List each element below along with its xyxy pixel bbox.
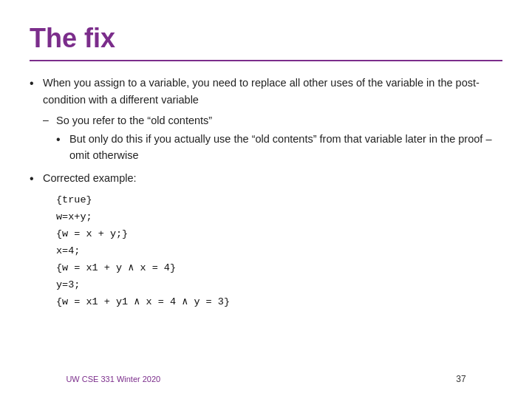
code-line-2: {w = x + y;} [56, 226, 502, 243]
slide-title: The fix [30, 22, 502, 54]
dash-1-1: – [43, 112, 56, 129]
code-line-4: {w = x1 + y ∧ x = 4} [56, 260, 502, 277]
code-line-3: x=4; [56, 243, 502, 260]
footer-page: 37 [456, 374, 466, 384]
bullet-1-1: – So you refer to the “old contents” [43, 112, 502, 129]
bullet-dot-2: • [30, 170, 43, 188]
slide: The fix • When you assign to a variable,… [0, 0, 532, 399]
code-block: {true} w=x+y; {w = x + y;} x=4; {w = x1 … [56, 192, 502, 311]
bullet-1-1-text: So you refer to the “old contents” [56, 112, 502, 129]
bullet-dot-1: • [30, 75, 43, 93]
bullet-1-text: When you assign to a variable, you need … [43, 75, 502, 108]
bullet-2: • Corrected example: [30, 170, 502, 188]
bullet-dot-1-1-1: • [56, 131, 69, 149]
code-line-1: w=x+y; [56, 209, 502, 226]
footer-course: UW CSE 331 Winter 2020 [66, 375, 160, 383]
bullet-1-1-1-text: But only do this if you actually use the… [69, 131, 502, 164]
title-divider [30, 60, 502, 61]
slide-content: • When you assign to a variable, you nee… [30, 75, 502, 368]
bullet-2-text: Corrected example: [43, 170, 502, 186]
code-line-6: {w = x1 + y1 ∧ x = 4 ∧ y = 3} [56, 294, 502, 311]
slide-footer: UW CSE 331 Winter 2020 37 [30, 368, 502, 384]
bullet-1-1-1: • But only do this if you actually use t… [56, 131, 502, 164]
code-line-0: {true} [56, 192, 502, 209]
bullet-1: • When you assign to a variable, you nee… [30, 75, 502, 108]
code-line-5: y=3; [56, 277, 502, 294]
